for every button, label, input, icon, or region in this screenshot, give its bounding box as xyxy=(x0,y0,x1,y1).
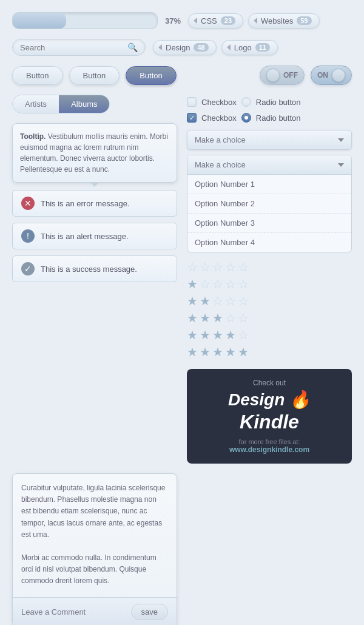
star-0-5[interactable]: ☆ xyxy=(238,260,249,274)
star-4-1[interactable]: ★ xyxy=(187,328,198,342)
tag-arrow-icon-2 xyxy=(254,18,257,24)
star-4-5[interactable]: ☆ xyxy=(238,328,249,342)
ad-title: Design 🔥 Kindle xyxy=(197,390,342,433)
star-3-4[interactable]: ☆ xyxy=(225,311,236,325)
star-0-1[interactable]: ☆ xyxy=(187,260,198,274)
checkbox-1[interactable] xyxy=(187,97,197,107)
comment-textarea[interactable]: Curabitur vulputate, ligula lacinia scel… xyxy=(13,474,177,595)
button-1[interactable]: Button xyxy=(12,66,63,85)
success-message: ✓ This is a success message. xyxy=(12,255,177,282)
right-column: Checkbox Radio button Checkbox Radio but… xyxy=(187,95,352,464)
star-2-3[interactable]: ☆ xyxy=(212,294,223,308)
tag-row-1: CSS 23 Websites 59 xyxy=(188,13,319,29)
tabs: Artists Albums xyxy=(12,95,110,113)
star-5-4[interactable]: ★ xyxy=(225,345,236,359)
toggle-off[interactable]: OFF xyxy=(260,66,305,85)
checkbox-radio-section: Checkbox Radio button Checkbox Radio but… xyxy=(187,95,352,123)
dropdown-open-arrow-icon xyxy=(338,163,344,167)
tab-albums[interactable]: Albums xyxy=(59,95,109,113)
star-0-2[interactable]: ☆ xyxy=(200,260,211,274)
star-4-3[interactable]: ★ xyxy=(212,328,223,342)
dropdown-closed: Make a choice xyxy=(187,130,352,150)
tag-arrow-icon xyxy=(194,18,197,24)
alert-message: ! This is an alert message. xyxy=(12,223,177,249)
dropdown-placeholder-closed: Make a choice xyxy=(195,135,246,144)
success-text: This is a success message. xyxy=(41,265,137,274)
star-0-3[interactable]: ☆ xyxy=(212,260,223,274)
star-1-5[interactable]: ☆ xyxy=(238,277,249,291)
tag-arrow-icon-3 xyxy=(158,44,162,50)
progress-section: 37% CSS 23 Websites 59 xyxy=(12,12,352,29)
error-text: This is an error message. xyxy=(41,199,130,208)
star-1-4[interactable]: ☆ xyxy=(225,277,236,291)
checkbox-1-label: Checkbox xyxy=(201,98,237,107)
ad-title-kindle: Kindle xyxy=(240,411,299,433)
dropdown-open: Make a choice Option Number 1 Option Num… xyxy=(187,155,352,252)
tag-logo[interactable]: Logo 11 xyxy=(221,40,278,55)
tag-css[interactable]: CSS 23 xyxy=(188,13,243,29)
radio-1[interactable] xyxy=(241,97,251,107)
star-row-1: ★ ☆ ☆ ☆ ☆ xyxy=(187,277,352,291)
star-2-4[interactable]: ☆ xyxy=(225,294,236,308)
dropdown-option-2[interactable]: Option Number 2 xyxy=(187,194,351,214)
toggle-circle-on xyxy=(332,69,345,82)
radio-2[interactable] xyxy=(241,113,251,123)
tag-logo-label: Logo xyxy=(234,43,252,52)
search-wrap[interactable]: 🔍 xyxy=(12,39,146,56)
star-row-3: ★ ★ ★ ☆ ☆ xyxy=(187,311,352,325)
ad-url: www.designkindle.com xyxy=(197,445,342,454)
star-2-1[interactable]: ★ xyxy=(187,294,198,308)
dropdown-option-4[interactable]: Option Number 4 xyxy=(187,233,351,252)
progress-fill xyxy=(13,13,66,29)
tag-websites-label: Websites xyxy=(261,16,293,25)
checkbox-2[interactable] xyxy=(187,113,197,123)
star-3-5[interactable]: ☆ xyxy=(238,311,249,325)
button-3[interactable]: Button xyxy=(126,66,177,85)
star-3-2[interactable]: ★ xyxy=(200,311,211,325)
tag-arrow-icon-4 xyxy=(227,44,231,50)
tag-design[interactable]: Design 48 xyxy=(153,40,217,55)
tag-row-2: Design 48 Logo 11 xyxy=(153,40,278,55)
tag-websites[interactable]: Websites 59 xyxy=(248,13,319,29)
star-5-2[interactable]: ★ xyxy=(200,345,211,359)
check-row-1: Checkbox Radio button xyxy=(187,97,352,107)
star-2-5[interactable]: ☆ xyxy=(238,294,249,308)
star-0-4[interactable]: ☆ xyxy=(225,260,236,274)
dropdown-option-3[interactable]: Option Number 3 xyxy=(187,214,351,233)
success-icon: ✓ xyxy=(21,262,35,275)
star-row-0: ☆ ☆ ☆ ☆ ☆ xyxy=(187,260,352,274)
dropdown-placeholder-open: Make a choice xyxy=(195,160,246,169)
save-button[interactable]: save xyxy=(131,604,168,620)
star-4-4[interactable]: ★ xyxy=(225,328,236,342)
progress-bar xyxy=(12,12,158,29)
star-1-1[interactable]: ★ xyxy=(187,277,198,291)
star-5-1[interactable]: ★ xyxy=(187,345,198,359)
star-3-1[interactable]: ★ xyxy=(187,311,198,325)
ad-subtitle: for more free files at: xyxy=(197,438,342,445)
button-2[interactable]: Button xyxy=(69,66,120,85)
toggle-on[interactable]: ON xyxy=(311,66,352,85)
comment-box: Curabitur vulputate, ligula lacinia scel… xyxy=(12,473,177,625)
search-input[interactable] xyxy=(20,43,127,52)
dropdown-open-header[interactable]: Make a choice xyxy=(187,155,351,175)
dropdown-option-1[interactable]: Option Number 1 xyxy=(187,175,351,194)
star-3-3[interactable]: ★ xyxy=(212,311,223,325)
tab-artists[interactable]: Artists xyxy=(13,95,59,113)
ad-title-design: Design xyxy=(228,390,285,409)
star-4-2[interactable]: ★ xyxy=(200,328,211,342)
star-1-2[interactable]: ☆ xyxy=(200,277,211,291)
star-2-2[interactable]: ★ xyxy=(200,294,211,308)
stars-section: ☆ ☆ ☆ ☆ ☆ ★ ☆ ☆ ☆ ☆ ★ ★ ☆ ☆ ☆ xyxy=(187,260,352,359)
dropdown-button-closed[interactable]: Make a choice xyxy=(187,130,352,150)
tooltip-bold: Tooltip. xyxy=(20,132,46,141)
star-5-3[interactable]: ★ xyxy=(212,345,223,359)
toggle-circle-off xyxy=(266,69,280,82)
toggle-on-label: ON xyxy=(317,71,328,79)
star-5-5[interactable]: ★ xyxy=(238,345,249,359)
radio-2-label: Radio button xyxy=(256,113,301,123)
star-1-3[interactable]: ☆ xyxy=(212,277,223,291)
right-spacer xyxy=(187,473,352,625)
tooltip-box: Tooltip. Vestibulum mollis mauris enim. … xyxy=(12,123,177,183)
tag-design-label: Design xyxy=(166,43,190,52)
error-message: ✕ This is an error message. xyxy=(12,190,177,217)
